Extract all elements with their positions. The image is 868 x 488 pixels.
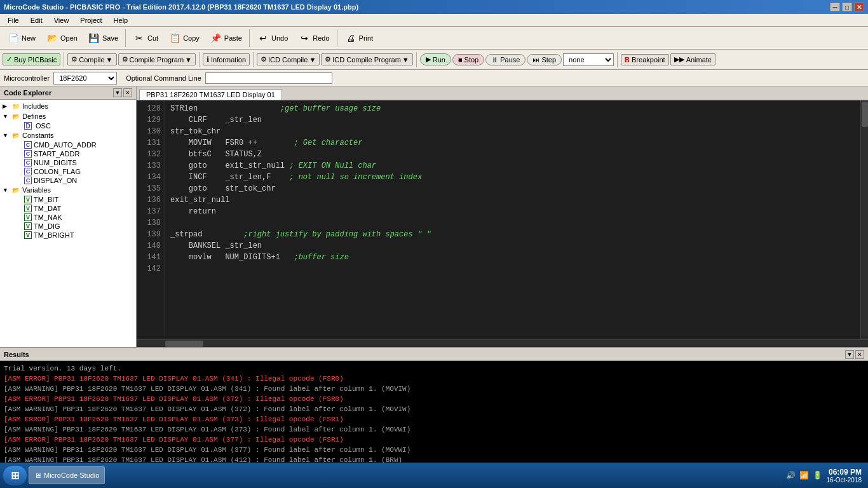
result-msg-4: [ASM ERROR] PBP31 18F2620 TM1637 LED DIS… <box>4 416 344 423</box>
toolbar2-separator-2 <box>199 52 200 67</box>
tab-main[interactable]: PBP31 18F2620 TM1637 LED Display 01 <box>139 89 282 100</box>
tree-item-start-addr[interactable]: C START_ADDR <box>0 149 136 158</box>
tree-item-tm-bit[interactable]: V TM_BIT <box>0 195 136 204</box>
close-button[interactable]: ✕ <box>854 3 864 11</box>
toolbar2-separator-1 <box>64 52 64 67</box>
breakpoint-icon: B <box>625 56 630 64</box>
cmd-auto-addr-icon: C <box>24 141 32 149</box>
defines-folder-icon: 📂 <box>11 112 20 121</box>
num-digits-label: NUM_DIGITS <box>34 159 77 166</box>
tree-item-tm-bright[interactable]: V TM_BRIGHT <box>0 231 136 240</box>
toolbar2-separator-3 <box>253 52 254 67</box>
toolbar: 📄 New 📂 Open 💾 Save ✂ Cut 📋 Copy 📌 Paste… <box>0 27 868 50</box>
tree-item-display-on[interactable]: C DISPLAY_ON <box>0 176 136 185</box>
undo-button[interactable]: ↩ Undo <box>252 29 292 47</box>
pause-button[interactable]: ⏸ Pause <box>485 54 526 65</box>
line-numbers: 1281291301311321331341351361371381391401… <box>137 100 165 339</box>
redo-icon: ↪ <box>298 32 311 44</box>
code-scroll-thumb-h[interactable] <box>165 341 203 347</box>
code-scrollbar-h[interactable] <box>137 339 868 347</box>
constants-label: Constants <box>22 132 54 139</box>
code-content[interactable]: STRlen ;get buffer usage size CLRF _str_… <box>165 100 860 339</box>
save-button[interactable]: 💾 Save <box>83 29 123 47</box>
compile-program-dropdown-arrow: ▼ <box>185 56 192 64</box>
tree-item-colon-flag[interactable]: C COLON_FLAG <box>0 167 136 176</box>
start-addr-label: START_ADDR <box>34 150 79 158</box>
menu-help[interactable]: Help <box>109 15 133 25</box>
compile-button[interactable]: ⚙ Compile ▼ <box>67 53 116 65</box>
trial-message: Trial version. 13 days left. <box>4 365 121 372</box>
tree-item-constants[interactable]: ▼ 📂 Constants <box>0 130 136 140</box>
tree-item-defines[interactable]: ▼ 📂 Defines <box>0 111 136 121</box>
explorer-close-button[interactable]: ✕ <box>123 88 132 97</box>
explorer-menu-button[interactable]: ▼ <box>113 88 122 97</box>
toolbar2: ✓ Buy PICBasic ⚙ Compile ▼ ⚙ Compile Pro… <box>0 50 868 70</box>
tree-item-tm-dat[interactable]: V TM_DAT <box>0 204 136 213</box>
buy-picbasic-button[interactable]: ✓ Buy PICBasic <box>3 53 60 65</box>
icd-compile-program-button[interactable]: ⚙ ICD Compile Program ▼ <box>321 53 412 65</box>
includes-expand-icon: ▶ <box>3 103 10 109</box>
step-icon: ⏭ <box>532 56 539 64</box>
menu-project[interactable]: Project <box>75 15 107 25</box>
clock-time: 06:09 PM <box>826 468 862 477</box>
tree-item-osc[interactable]: D OSC <box>0 121 136 130</box>
menu-file[interactable]: File <box>3 15 24 25</box>
microcontroller-select[interactable]: 18F2620 <box>53 72 117 85</box>
cut-button[interactable]: ✂ Cut <box>128 29 163 47</box>
tree-item-tm-dig[interactable]: V TM_DIG <box>0 222 136 231</box>
clock: 06:09 PM 16-Oct-2018 <box>826 468 862 484</box>
tree-item-variables[interactable]: ▼ 📂 Variables <box>0 185 136 195</box>
print-button[interactable]: 🖨 Print <box>340 29 378 47</box>
taskbar-microcode-item[interactable]: 🖥 MicroCode Studio <box>29 466 105 484</box>
code-editor[interactable]: 1281291301311321331341351361371381391401… <box>137 100 868 339</box>
toolbar-separator-3 <box>337 29 337 47</box>
code-scroll-thumb[interactable] <box>862 102 868 127</box>
open-button[interactable]: 📂 Open <box>41 29 82 47</box>
tab-label: PBP31 18F2620 TM1637 LED Display 01 <box>146 91 275 98</box>
stop-icon: ■ <box>458 56 463 64</box>
breakpoint-button[interactable]: B Breakpoint <box>621 54 669 65</box>
information-icon: ℹ <box>207 55 209 64</box>
start-button[interactable]: ⊞ <box>3 465 27 485</box>
code-scrollbar-v[interactable] <box>860 100 868 339</box>
results-menu-button[interactable]: ▼ <box>845 350 854 359</box>
tree-item-num-digits[interactable]: C NUM_DIGITS <box>0 158 136 167</box>
new-button[interactable]: 📄 New <box>3 29 40 47</box>
result-msg-1: [ASM WARNING] PBP31 18F2620 TM1637 LED D… <box>4 385 410 393</box>
display-on-label: DISPLAY_ON <box>34 177 77 184</box>
copy-button[interactable]: 📋 Copy <box>164 29 204 47</box>
information-button[interactable]: ℹ Information <box>203 53 250 65</box>
menu-edit[interactable]: Edit <box>25 15 48 25</box>
defines-label: Defines <box>22 112 46 120</box>
variables-folder-icon: 📂 <box>11 186 20 194</box>
menu-view[interactable]: View <box>49 15 74 25</box>
tree-item-tm-nak[interactable]: V TM_NAK <box>0 213 136 222</box>
cmd-input[interactable] <box>205 72 332 84</box>
paste-button[interactable]: 📌 Paste <box>205 29 247 47</box>
icd-compile-button[interactable]: ⚙ ICD Compile ▼ <box>257 53 320 65</box>
tree-item-cmd-auto-addr[interactable]: C CMD_AUTO_ADDR <box>0 140 136 149</box>
run-button[interactable]: ▶ Run <box>420 53 451 65</box>
redo-button[interactable]: ↪ Redo <box>294 29 334 47</box>
stop-button[interactable]: ■ Stop <box>452 54 484 65</box>
animate-button[interactable]: ▶▶ Animate <box>670 53 715 65</box>
none-select[interactable]: none <box>563 53 614 66</box>
step-button[interactable]: ⏭ Step <box>527 54 562 65</box>
windows-logo: ⊞ <box>11 470 19 482</box>
tree-item-includes[interactable]: ▶ 📁 Includes <box>0 101 136 111</box>
clock-date: 16-Oct-2018 <box>826 477 862 484</box>
compile-dropdown-arrow: ▼ <box>106 56 113 64</box>
includes-folder-icon: 📁 <box>11 102 20 111</box>
tree-area[interactable]: ▶ 📁 Includes ▼ 📂 Defines D OSC ▼ 📂 Const… <box>0 100 136 347</box>
main-area: Code Explorer ▼ ✕ ▶ 📁 Includes ▼ 📂 Defin… <box>0 86 868 347</box>
icd-compile-program-dropdown-arrow: ▼ <box>402 56 409 64</box>
print-icon: 🖨 <box>344 32 357 44</box>
results-close-button[interactable]: ✕ <box>855 350 864 359</box>
title-bar-controls: ─ □ ✕ <box>830 3 864 11</box>
minimize-button[interactable]: ─ <box>830 3 840 11</box>
compile-program-button[interactable]: ⚙ Compile Program ▼ <box>118 53 196 65</box>
taskbar-right: 🔊 📶 🔋 06:09 PM 16-Oct-2018 <box>786 468 865 484</box>
maximize-button[interactable]: □ <box>842 3 852 11</box>
tray-icon-network: 📶 <box>799 471 809 480</box>
copy-icon: 📋 <box>168 32 181 44</box>
